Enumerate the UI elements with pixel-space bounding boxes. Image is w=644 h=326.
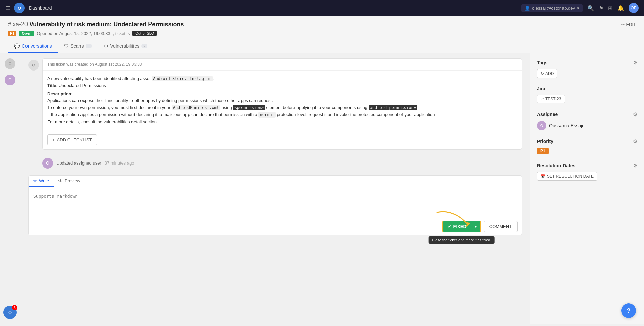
tab-scans[interactable]: 🛡 Scans 1 bbox=[58, 40, 98, 53]
more-menu-icon[interactable]: ⋮ bbox=[513, 62, 517, 67]
external-link-icon: ↗ bbox=[541, 97, 544, 101]
edit-button[interactable]: ✏ EDIT bbox=[621, 22, 636, 27]
main-tabs: 💬 Conversations 🛡 Scans 1 ⚙ Vulnerabilit… bbox=[8, 40, 636, 53]
tags-section: Tags ⚙ ↻ ADD bbox=[537, 60, 637, 78]
user-icon: 👤 bbox=[525, 6, 530, 11]
resolution-title: Resolution Dates bbox=[537, 163, 575, 168]
assignee-row: O Oussama Essaji bbox=[537, 121, 637, 130]
comment-wrapper: ✏ Write 👁 Preview bbox=[28, 175, 522, 235]
notification-badge: 3 bbox=[12, 305, 17, 310]
asset-code: Android Store: Instagram bbox=[152, 76, 212, 81]
tab-vulnerabilities[interactable]: ⚙ Vulnerabilities 2 bbox=[98, 40, 154, 53]
search-icon[interactable]: 🔍 bbox=[587, 5, 594, 11]
priority-gear-icon[interactable]: ⚙ bbox=[633, 138, 637, 144]
desc-p2-mid: using bbox=[222, 105, 232, 110]
body-intro: A new vulnerability has been identified … bbox=[47, 76, 151, 81]
activity-time: 37 minutes ago bbox=[105, 160, 135, 166]
activity-avatar: O bbox=[42, 158, 53, 169]
calendar-icon: 📅 bbox=[541, 174, 546, 179]
user-avatar-small: O bbox=[5, 75, 15, 85]
assignee-name: Oussama Essaji bbox=[549, 123, 583, 128]
add-checklist-button[interactable]: + ADD CHECKLIST bbox=[47, 134, 97, 145]
content-area: ⊙ This ticket was created on August 1st … bbox=[20, 53, 530, 324]
card-body: A new vulnerability has been identified … bbox=[43, 71, 522, 130]
preview-icon: 👁 bbox=[58, 178, 63, 183]
desc-code3: android:permission= bbox=[369, 105, 417, 110]
jira-ticket-button[interactable]: ↗ TEST-23 bbox=[537, 95, 565, 103]
desc-p4: For more details, consult the vulnerabil… bbox=[47, 119, 517, 126]
conversations-icon: 💬 bbox=[14, 43, 20, 49]
tooltip-fixed: Close the ticket and mark it as fixed. bbox=[429, 236, 495, 244]
set-resolution-button[interactable]: 📅 SET RESOLUTION DATE bbox=[537, 172, 597, 181]
desc-code-normal: normal bbox=[258, 112, 275, 118]
status-row: P1 Open Opened on August 1st 2022, 19:03… bbox=[8, 31, 636, 36]
desc-p1: Applications can expose their functional… bbox=[47, 97, 517, 104]
assignee-title: Assignee bbox=[537, 112, 558, 117]
flag-icon[interactable]: ⚑ bbox=[599, 5, 603, 11]
scans-count: 1 bbox=[86, 44, 92, 48]
bottom-logo-avatar[interactable]: O 3 bbox=[3, 306, 17, 319]
card-created-text: This ticket was created on August 1st 20… bbox=[47, 62, 142, 67]
ticket-title: Vulnerability of risk medium: Undeclared… bbox=[29, 21, 184, 28]
desc-p3-suffix: protection level, request it and invoke … bbox=[277, 112, 435, 117]
tab-write[interactable]: ✏ Write bbox=[29, 176, 54, 187]
sync-icon: ↻ bbox=[541, 71, 544, 76]
edit-icon: ✏ bbox=[621, 22, 625, 27]
jira-title: Jira bbox=[537, 86, 545, 91]
bell-icon[interactable]: 🔔 bbox=[617, 5, 624, 11]
desc-code2: <permission> bbox=[233, 105, 265, 110]
avatar[interactable]: OE bbox=[629, 3, 639, 13]
assignee-gear-icon[interactable]: ⚙ bbox=[633, 111, 637, 118]
desc-p2-prefix: To enforce your own permission, you must… bbox=[47, 105, 170, 110]
write-icon: ✏ bbox=[33, 178, 37, 183]
menu-icon[interactable]: ☰ bbox=[5, 5, 10, 11]
shield-icon: 🛡 bbox=[64, 43, 69, 49]
activity-text: Updated assigned user bbox=[56, 160, 101, 166]
write-preview-tabs: ✏ Write 👁 Preview bbox=[29, 176, 522, 187]
add-tag-button[interactable]: ↻ ADD bbox=[537, 69, 557, 78]
tab-preview[interactable]: 👁 Preview bbox=[54, 176, 85, 187]
assignee-avatar: O bbox=[537, 121, 546, 130]
title-value: Undeclared Permissions bbox=[59, 83, 106, 88]
dashboard-label: Dashboard bbox=[29, 5, 52, 11]
priority-badge: P1 bbox=[8, 31, 16, 36]
title-label: Title bbox=[47, 83, 56, 88]
right-sidebar: Tags ⚙ ↻ ADD Jira ↗ TEST-23 Assignee ⚙ bbox=[530, 53, 644, 324]
main-content: ⊙ O O 3 ⊙ This ticket was created on Aug… bbox=[0, 53, 644, 324]
help-button[interactable]: ? bbox=[621, 303, 636, 318]
comment-button[interactable]: COMMENT bbox=[484, 221, 518, 232]
ticket-is-text: , ticket is bbox=[113, 31, 130, 36]
resolution-section: Resolution Dates ⚙ 📅 SET RESOLUTION DATE bbox=[537, 162, 637, 181]
system-conv-avatar: ⊙ bbox=[28, 60, 39, 71]
tags-gear-icon[interactable]: ⚙ bbox=[633, 60, 637, 66]
arrow-annotation bbox=[434, 209, 474, 229]
top-navigation: ☰ O Dashboard 👤 o.essaji@ostorlab.dev ▾ … bbox=[0, 0, 644, 16]
resolution-gear-icon[interactable]: ⚙ bbox=[633, 162, 637, 169]
opened-on-text: Opened on August 1st 2022, 19:03:33 bbox=[37, 31, 110, 36]
ticket-id: #ixa-20 bbox=[8, 21, 28, 28]
comment-footer: ✓ FIXED ▾ Close the ticket and mark it a… bbox=[29, 218, 522, 235]
user-email: o.essaji@ostorlab.dev bbox=[532, 6, 575, 11]
priority-title: Priority bbox=[537, 139, 553, 144]
left-sidebar: ⊙ O O 3 bbox=[0, 53, 20, 324]
assignee-section: Assignee ⚙ O Oussama Essaji bbox=[537, 111, 637, 130]
conversation-card: This ticket was created on August 1st 20… bbox=[42, 58, 522, 150]
conversation-wrapper: ⊙ This ticket was created on August 1st … bbox=[28, 58, 522, 150]
desc-p2-suffix: element before applying it to your compo… bbox=[266, 105, 367, 110]
page-header: #ixa-20 Vulnerability of risk medium: Un… bbox=[0, 16, 644, 53]
card-header: This ticket was created on August 1st 20… bbox=[43, 59, 522, 71]
desc-code1: AndroidManifest.xml bbox=[172, 105, 220, 110]
plus-icon: + bbox=[52, 137, 55, 142]
grid-icon[interactable]: ⊞ bbox=[608, 5, 612, 11]
vuln-count: 2 bbox=[141, 44, 147, 48]
jira-section: Jira ↗ TEST-23 bbox=[537, 86, 637, 103]
desc-p3-prefix: If the application applies a permission … bbox=[47, 112, 257, 117]
user-selector[interactable]: 👤 o.essaji@ostorlab.dev ▾ bbox=[521, 4, 583, 12]
tags-title: Tags bbox=[537, 60, 548, 65]
priority-value-badge: P1 bbox=[537, 148, 549, 154]
slo-badge: Out-of-SLO bbox=[132, 31, 157, 36]
system-avatar: ⊙ bbox=[5, 58, 15, 69]
priority-section: Priority ⚙ P1 bbox=[537, 138, 637, 154]
open-badge: Open bbox=[19, 31, 34, 36]
tab-conversations[interactable]: 💬 Conversations bbox=[8, 40, 58, 53]
